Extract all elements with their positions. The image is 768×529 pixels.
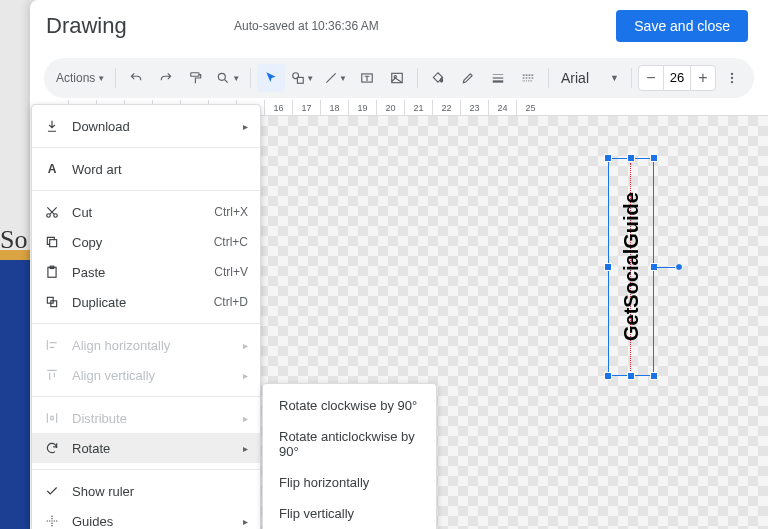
submenu-item-rotate-ccw[interactable]: Rotate anticlockwise by 90°	[263, 421, 436, 467]
font-size-value[interactable]: 26	[663, 66, 691, 90]
menu-item-download[interactable]: Download ▸	[32, 111, 260, 141]
download-icon	[44, 119, 60, 133]
distribute-icon	[44, 411, 60, 425]
rotate-handle[interactable]	[675, 263, 683, 271]
svg-point-8	[731, 77, 733, 79]
menu-item-copy[interactable]: Copy Ctrl+C	[32, 227, 260, 257]
menu-item-duplicate[interactable]: Duplicate Ctrl+D	[32, 287, 260, 317]
svg-rect-12	[50, 240, 57, 247]
svg-point-10	[47, 214, 51, 218]
svg-point-11	[54, 214, 58, 218]
chevron-right-icon: ▸	[243, 413, 248, 424]
pencil-icon	[461, 71, 475, 85]
redo-icon	[159, 71, 173, 85]
resize-handle-ml[interactable]	[604, 263, 612, 271]
modal-header: Drawing Auto-saved at 10:36:36 AM Save a…	[30, 0, 768, 52]
guides-icon	[44, 514, 60, 528]
copy-icon	[44, 235, 60, 249]
line-icon	[324, 71, 338, 85]
textbox-icon	[360, 71, 374, 85]
font-size-control: − 26 +	[638, 65, 716, 91]
svg-rect-3	[298, 77, 304, 83]
fill-color-button[interactable]	[424, 64, 452, 92]
menu-item-align-horizontal: Align horizontally ▸	[32, 330, 260, 360]
duplicate-icon	[44, 295, 60, 309]
border-weight-button[interactable]	[484, 64, 512, 92]
submenu-item-flip-horizontal[interactable]: Flip horizontally	[263, 467, 436, 498]
menu-item-show-ruler[interactable]: Show ruler	[32, 476, 260, 506]
menu-item-distribute: Distribute ▸	[32, 403, 260, 433]
font-size-decrease-button[interactable]: −	[639, 69, 663, 87]
cursor-icon	[264, 71, 278, 85]
selected-textbox[interactable]: GetSocialGuide	[608, 158, 654, 376]
line-tool-button[interactable]: ▼	[320, 64, 351, 92]
more-options-button[interactable]	[718, 64, 746, 92]
ruler-tick: 25	[516, 100, 544, 115]
actions-dropdown-menu: Download ▸ A Word art Cut Ctrl+X Copy Ct…	[31, 104, 261, 529]
border-color-button[interactable]	[454, 64, 482, 92]
align-v-icon	[44, 368, 60, 382]
svg-point-1	[219, 73, 226, 80]
menu-item-paste[interactable]: Paste Ctrl+V	[32, 257, 260, 287]
ruler-tick: 19	[348, 100, 376, 115]
textbox-content[interactable]: GetSocialGuide	[609, 159, 653, 375]
chevron-right-icon: ▸	[243, 370, 248, 381]
shape-tool-button[interactable]: ▼	[287, 64, 318, 92]
wordart-icon: A	[44, 162, 60, 176]
rotate-icon	[44, 441, 60, 455]
modal-title: Drawing	[46, 13, 127, 39]
shapes-icon	[291, 71, 305, 85]
rotate-connector	[653, 267, 675, 268]
resize-handle-tr[interactable]	[650, 154, 658, 162]
zoom-icon	[216, 71, 230, 85]
paste-icon	[44, 265, 60, 279]
font-family-selector[interactable]: Arial▼	[555, 70, 625, 86]
line-dash-icon	[521, 71, 535, 85]
menu-item-rotate[interactable]: Rotate ▸	[32, 433, 260, 463]
rotate-submenu: Rotate clockwise by 90° Rotate anticlock…	[262, 383, 437, 529]
menu-item-guides[interactable]: Guides ▸	[32, 506, 260, 529]
fill-icon	[431, 71, 445, 85]
line-weight-icon	[491, 71, 505, 85]
resize-handle-tm[interactable]	[627, 154, 635, 162]
svg-rect-0	[191, 73, 199, 77]
submenu-item-flip-vertical[interactable]: Flip vertically	[263, 498, 436, 529]
svg-point-7	[731, 73, 733, 75]
align-h-icon	[44, 338, 60, 352]
ruler-tick: 24	[488, 100, 516, 115]
border-dash-button[interactable]	[514, 64, 542, 92]
ruler-tick: 17	[292, 100, 320, 115]
textbox-tool-button[interactable]	[353, 64, 381, 92]
chevron-right-icon: ▸	[243, 443, 248, 454]
image-tool-button[interactable]	[383, 64, 411, 92]
ruler-tick: 21	[404, 100, 432, 115]
chevron-right-icon: ▸	[243, 516, 248, 527]
resize-handle-bm[interactable]	[627, 372, 635, 380]
ruler-tick: 23	[460, 100, 488, 115]
resize-handle-bl[interactable]	[604, 372, 612, 380]
ruler-tick: 22	[432, 100, 460, 115]
resize-handle-tl[interactable]	[604, 154, 612, 162]
ruler-tick: 16	[264, 100, 292, 115]
actions-menu-button[interactable]: Actions▼	[52, 64, 109, 92]
font-size-increase-button[interactable]: +	[691, 69, 715, 87]
chevron-right-icon: ▸	[243, 121, 248, 132]
redo-button[interactable]	[152, 64, 180, 92]
resize-handle-br[interactable]	[650, 372, 658, 380]
ruler-tick: 20	[376, 100, 404, 115]
zoom-button[interactable]: ▼	[212, 64, 244, 92]
submenu-item-rotate-cw[interactable]: Rotate clockwise by 90°	[263, 390, 436, 421]
chevron-right-icon: ▸	[243, 340, 248, 351]
select-tool-button[interactable]	[257, 64, 285, 92]
svg-point-9	[731, 81, 733, 83]
menu-item-wordart[interactable]: A Word art	[32, 154, 260, 184]
menu-item-cut[interactable]: Cut Ctrl+X	[32, 197, 260, 227]
more-vert-icon	[725, 71, 739, 85]
undo-button[interactable]	[122, 64, 150, 92]
paint-format-button[interactable]	[182, 64, 210, 92]
image-icon	[390, 71, 404, 85]
save-and-close-button[interactable]: Save and close	[616, 10, 748, 42]
autosave-status: Auto-saved at 10:36:36 AM	[234, 19, 379, 33]
cut-icon	[44, 205, 60, 219]
menu-item-align-vertical: Align vertically ▸	[32, 360, 260, 390]
